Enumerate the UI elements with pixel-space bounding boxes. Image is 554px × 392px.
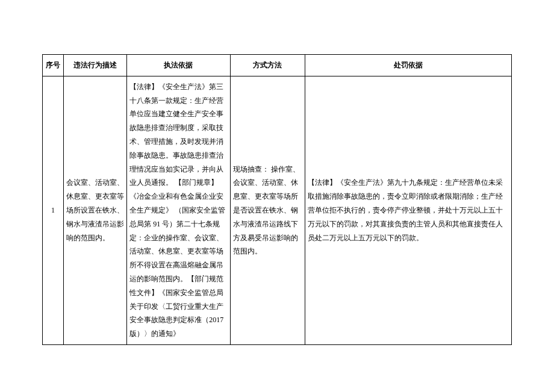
header-method: 方式方法 [230,55,305,76]
header-legal-basis: 执法依据 [127,55,230,76]
cell-violation: 会议室、活动室、休息室、更衣室等场所设置在铁水、钢水与液渣吊运影响的范围内。 [64,76,127,344]
header-seq: 序号 [43,55,64,76]
cell-seq: 1 [43,76,64,344]
header-penalty-basis: 处罚依据 [305,55,512,76]
header-violation: 违法行为描述 [64,55,127,76]
regulation-table: 序号 违法行为描述 执法依据 方式方法 处罚依据 1 会议室、活动室、休息室、更… [42,54,512,345]
cell-method: 现场抽查： 操作室、会议室、活动室、休息室、更衣室等场所是否设置在铁水、钢水与液… [230,76,305,344]
table-row: 1 会议室、活动室、休息室、更衣室等场所设置在铁水、钢水与液渣吊运影响的范围内。… [43,76,512,344]
cell-penalty-basis: 【法律】《安全生产法》第九十九条规定：生产经营单位未采取措施消除事故隐患的，责令… [305,76,512,344]
table-header-row: 序号 违法行为描述 执法依据 方式方法 处罚依据 [43,55,512,76]
cell-legal-basis: 【法律】《安全生产法》第三十八条第一款规定：生产经营单位应当建立健全生产安全事故… [127,76,230,344]
